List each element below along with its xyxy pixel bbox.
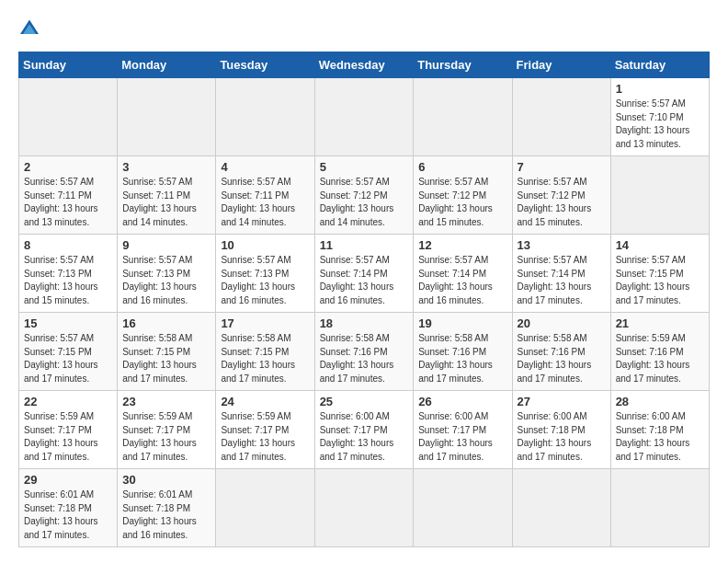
day-info: Sunrise: 5:57 AMSunset: 7:14 PMDaylight:… [418,255,493,305]
day-cell-7: 7Sunrise: 5:57 AMSunset: 7:12 PMDaylight… [512,156,610,235]
day-number: 24 [221,395,309,408]
day-info: Sunrise: 5:59 AMSunset: 7:17 PMDaylight:… [24,411,98,462]
day-cell-28: 28Sunrise: 6:00 AMSunset: 7:18 PMDayligh… [610,391,709,469]
day-cell-24: 24Sunrise: 5:59 AMSunset: 7:17 PMDayligh… [216,391,314,469]
week-row-5: 22Sunrise: 5:59 AMSunset: 7:17 PMDayligh… [19,391,710,469]
day-info: Sunrise: 5:57 AMSunset: 7:15 PMDaylight:… [616,255,690,305]
day-number: 3 [122,160,210,174]
day-cell-22: 22Sunrise: 5:59 AMSunset: 7:17 PMDayligh… [19,391,118,469]
day-number: 11 [320,238,409,252]
day-number: 7 [518,160,606,174]
day-number: 15 [24,316,112,330]
day-info: Sunrise: 5:57 AMSunset: 7:10 PMDaylight:… [616,98,690,149]
empty-cell [314,78,414,156]
day-number: 16 [122,316,210,330]
day-cell-3: 3Sunrise: 5:57 AMSunset: 7:11 PMDaylight… [118,156,216,235]
logo [18,18,48,37]
day-info: Sunrise: 5:58 AMSunset: 7:16 PMDaylight:… [518,333,592,384]
day-cell-16: 16Sunrise: 5:58 AMSunset: 7:15 PMDayligh… [118,313,216,391]
day-cell-29: 29Sunrise: 6:01 AMSunset: 7:18 PMDayligh… [19,469,118,547]
day-cell-21: 21Sunrise: 5:59 AMSunset: 7:16 PMDayligh… [610,313,709,391]
calendar-table: SundayMondayTuesdayWednesdayThursdayFrid… [18,52,710,547]
day-number: 8 [24,238,112,252]
day-info: Sunrise: 5:59 AMSunset: 7:16 PMDaylight:… [616,333,690,384]
day-number: 1 [616,82,704,96]
day-number: 26 [418,395,506,408]
day-header-tuesday: Tuesday [216,52,314,78]
day-info: Sunrise: 5:57 AMSunset: 7:15 PMDaylight:… [24,333,98,384]
empty-cell [118,78,216,156]
day-number: 30 [122,473,210,487]
day-cell-17: 17Sunrise: 5:58 AMSunset: 7:15 PMDayligh… [216,313,314,391]
day-cell-8: 8Sunrise: 5:57 AMSunset: 7:13 PMDaylight… [19,235,118,313]
day-cell-30: 30Sunrise: 6:01 AMSunset: 7:18 PMDayligh… [118,469,216,547]
day-info: Sunrise: 6:00 AMSunset: 7:18 PMDaylight:… [518,411,592,462]
day-info: Sunrise: 5:57 AMSunset: 7:14 PMDaylight:… [320,255,394,305]
day-cell-10: 10Sunrise: 5:57 AMSunset: 7:13 PMDayligh… [216,235,314,313]
day-info: Sunrise: 6:00 AMSunset: 7:17 PMDaylight:… [320,411,394,462]
day-info: Sunrise: 5:59 AMSunset: 7:17 PMDaylight:… [221,411,295,462]
day-cell-26: 26Sunrise: 6:00 AMSunset: 7:17 PMDayligh… [414,391,512,469]
day-number: 13 [518,238,606,252]
day-number: 9 [122,238,210,252]
day-header-wednesday: Wednesday [314,52,414,78]
day-info: Sunrise: 5:58 AMSunset: 7:15 PMDaylight:… [221,333,295,384]
day-cell-19: 19Sunrise: 5:58 AMSunset: 7:16 PMDayligh… [414,313,512,391]
day-header-thursday: Thursday [414,52,512,78]
day-header-friday: Friday [512,52,610,78]
empty-cell [414,469,512,547]
day-cell-14: 14Sunrise: 5:57 AMSunset: 7:15 PMDayligh… [610,235,709,313]
empty-cell [216,78,314,156]
day-info: Sunrise: 5:57 AMSunset: 7:11 PMDaylight:… [122,177,197,227]
empty-cell [216,469,314,547]
day-number: 18 [320,316,409,330]
day-info: Sunrise: 5:57 AMSunset: 7:11 PMDaylight:… [221,177,295,227]
day-cell-20: 20Sunrise: 5:58 AMSunset: 7:16 PMDayligh… [512,313,610,391]
day-info: Sunrise: 5:57 AMSunset: 7:13 PMDaylight:… [122,255,197,305]
day-cell-25: 25Sunrise: 6:00 AMSunset: 7:17 PMDayligh… [314,391,414,469]
week-row-3: 8Sunrise: 5:57 AMSunset: 7:13 PMDaylight… [19,235,710,313]
day-info: Sunrise: 5:59 AMSunset: 7:17 PMDaylight:… [122,411,197,462]
day-number: 5 [320,160,409,174]
day-number: 17 [221,316,309,330]
day-cell-9: 9Sunrise: 5:57 AMSunset: 7:13 PMDaylight… [118,235,216,313]
day-info: Sunrise: 5:57 AMSunset: 7:13 PMDaylight:… [24,255,98,305]
day-info: Sunrise: 6:01 AMSunset: 7:18 PMDaylight:… [24,489,98,540]
week-row-2: 2Sunrise: 5:57 AMSunset: 7:11 PMDaylight… [19,156,710,235]
day-number: 6 [418,160,506,174]
day-number: 10 [221,238,309,252]
empty-cell [512,78,610,156]
day-info: Sunrise: 5:57 AMSunset: 7:12 PMDaylight:… [418,177,493,227]
day-info: Sunrise: 5:57 AMSunset: 7:13 PMDaylight:… [221,255,295,305]
day-info: Sunrise: 5:57 AMSunset: 7:14 PMDaylight:… [518,255,592,305]
day-number: 22 [24,395,112,408]
week-row-1: 1Sunrise: 5:57 AMSunset: 7:10 PMDaylight… [19,78,710,156]
page-header [18,18,710,37]
day-cell-5: 5Sunrise: 5:57 AMSunset: 7:12 PMDaylight… [314,156,414,235]
day-header-saturday: Saturday [610,52,709,78]
day-number: 21 [616,316,704,330]
week-row-6: 29Sunrise: 6:01 AMSunset: 7:18 PMDayligh… [19,469,710,547]
day-number: 14 [616,238,704,252]
day-info: Sunrise: 6:00 AMSunset: 7:17 PMDaylight:… [418,411,493,462]
day-number: 28 [616,395,704,408]
day-info: Sunrise: 6:00 AMSunset: 7:18 PMDaylight:… [616,411,690,462]
day-info: Sunrise: 5:58 AMSunset: 7:16 PMDaylight:… [418,333,493,384]
day-cell-12: 12Sunrise: 5:57 AMSunset: 7:14 PMDayligh… [414,235,512,313]
day-info: Sunrise: 6:01 AMSunset: 7:18 PMDaylight:… [122,489,197,540]
empty-cell [610,469,709,547]
day-cell-27: 27Sunrise: 6:00 AMSunset: 7:18 PMDayligh… [512,391,610,469]
day-info: Sunrise: 5:58 AMSunset: 7:15 PMDaylight:… [122,333,197,384]
day-cell-4: 4Sunrise: 5:57 AMSunset: 7:11 PMDaylight… [216,156,314,235]
day-cell-2: 2Sunrise: 5:57 AMSunset: 7:11 PMDaylight… [19,156,118,235]
day-header-sunday: Sunday [19,52,118,78]
day-number: 12 [418,238,506,252]
day-number: 29 [24,473,112,487]
day-number: 25 [320,395,409,408]
day-number: 2 [24,160,112,174]
day-info: Sunrise: 5:57 AMSunset: 7:12 PMDaylight:… [320,177,394,227]
day-cell-23: 23Sunrise: 5:59 AMSunset: 7:17 PMDayligh… [118,391,216,469]
calendar-header-row: SundayMondayTuesdayWednesdayThursdayFrid… [19,52,710,78]
day-info: Sunrise: 5:57 AMSunset: 7:12 PMDaylight:… [518,177,592,227]
day-number: 4 [221,160,309,174]
